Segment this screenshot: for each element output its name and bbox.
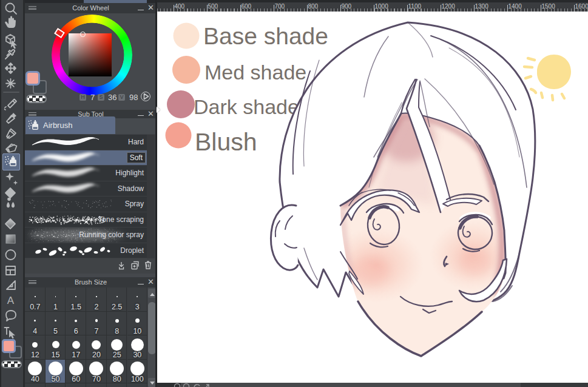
svg-text:Base shade: Base shade (203, 23, 328, 49)
svg-text:A: A (7, 295, 15, 306)
svg-text:Blush: Blush (195, 128, 257, 156)
svg-text:Med shade: Med shade (204, 61, 306, 84)
svg-text:Dark shade: Dark shade (194, 95, 299, 118)
